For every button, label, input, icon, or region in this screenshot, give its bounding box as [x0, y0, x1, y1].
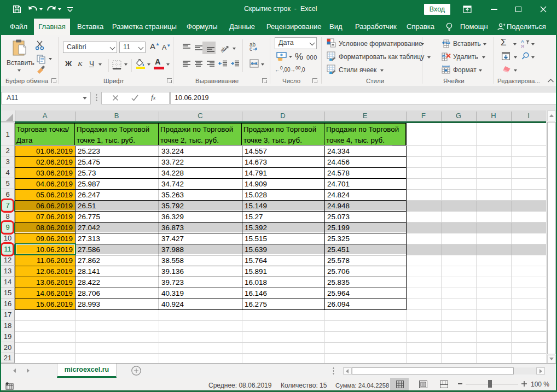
svg-text:c: c — [250, 46, 252, 51]
svg-text:ab: ab — [221, 45, 227, 52]
svg-text:Я: Я — [521, 44, 524, 49]
